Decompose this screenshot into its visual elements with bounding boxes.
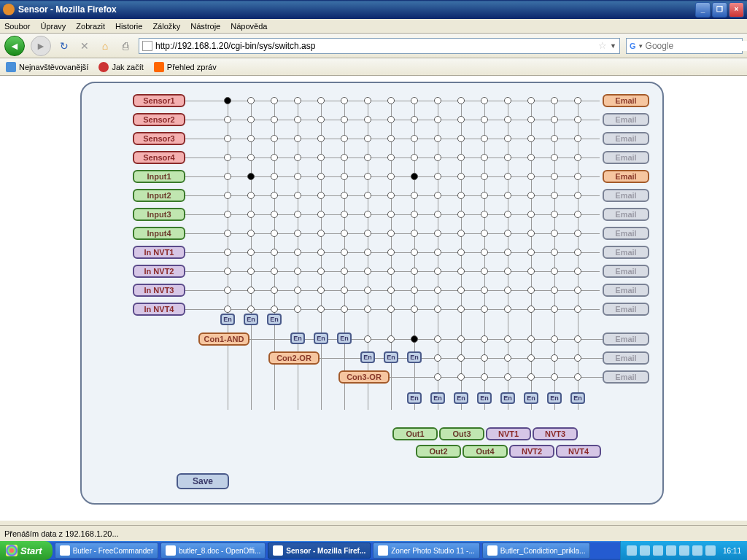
node-3-13[interactable] bbox=[527, 154, 535, 161]
node-8-2[interactable] bbox=[271, 249, 278, 256]
node-2-1[interactable] bbox=[247, 135, 255, 142]
en-button-out-14[interactable]: En bbox=[547, 392, 562, 404]
node-0-10[interactable] bbox=[457, 97, 465, 104]
node-10-7[interactable] bbox=[387, 287, 395, 294]
node-3-7[interactable] bbox=[387, 154, 395, 161]
menu-zalozky[interactable]: Záložky bbox=[152, 22, 180, 31]
node-6-7[interactable] bbox=[387, 211, 395, 218]
out-label-NVT1[interactable]: NVT1 bbox=[486, 427, 531, 440]
node-10-13[interactable] bbox=[527, 287, 535, 294]
node-5-1[interactable] bbox=[247, 192, 255, 199]
node-3-12[interactable] bbox=[504, 154, 511, 161]
node-13-12[interactable] bbox=[504, 354, 511, 362]
node-13-13[interactable] bbox=[527, 354, 535, 362]
node-10-6[interactable] bbox=[364, 287, 371, 294]
node-4-3[interactable] bbox=[294, 173, 301, 180]
node-7-13[interactable] bbox=[527, 230, 535, 237]
email-button-Con3-OR[interactable]: Email bbox=[603, 370, 649, 384]
node-2-6[interactable] bbox=[364, 135, 371, 142]
out-label-Out2[interactable]: Out2 bbox=[416, 445, 461, 458]
node-0-11[interactable] bbox=[481, 97, 488, 104]
node-8-1[interactable] bbox=[247, 249, 255, 256]
node-14-11[interactable] bbox=[481, 373, 488, 381]
node-4-6[interactable] bbox=[364, 173, 371, 180]
node-11-7[interactable] bbox=[387, 306, 395, 313]
node-14-14[interactable] bbox=[551, 373, 558, 381]
node-3-4[interactable] bbox=[317, 154, 325, 161]
node-9-4[interactable] bbox=[317, 268, 325, 275]
node-1-0[interactable] bbox=[224, 116, 231, 123]
node-6-6[interactable] bbox=[364, 211, 371, 218]
node-2-7[interactable] bbox=[387, 135, 395, 142]
en-button-out-13[interactable]: En bbox=[524, 392, 538, 404]
row-label-Sensor2[interactable]: Sensor2 bbox=[133, 113, 185, 126]
node-6-11[interactable] bbox=[481, 211, 488, 218]
row-label-Sensor4[interactable]: Sensor4 bbox=[133, 151, 185, 164]
node-11-3[interactable] bbox=[294, 306, 301, 313]
node-1-10[interactable] bbox=[457, 116, 465, 123]
node-2-0[interactable] bbox=[224, 135, 231, 142]
stop-icon[interactable]: ✕ bbox=[77, 39, 92, 53]
en-button-out-8[interactable]: En bbox=[407, 392, 422, 404]
node-12-7[interactable] bbox=[387, 335, 395, 343]
node-2-15[interactable] bbox=[574, 135, 581, 142]
system-tray[interactable]: 16:11 bbox=[620, 541, 747, 560]
node-14-15[interactable] bbox=[574, 373, 581, 381]
node-12-6[interactable] bbox=[364, 335, 371, 343]
node-14-10[interactable] bbox=[457, 373, 465, 381]
node-6-13[interactable] bbox=[527, 211, 535, 218]
node-3-10[interactable] bbox=[457, 154, 465, 161]
url-dropdown-icon[interactable]: ▼ bbox=[610, 42, 616, 50]
node-7-1[interactable] bbox=[247, 230, 255, 237]
node-4-9[interactable] bbox=[434, 173, 441, 180]
row-label-Input3[interactable]: Input3 bbox=[133, 208, 185, 221]
restore-button[interactable]: ❐ bbox=[712, 2, 727, 18]
node-4-14[interactable] bbox=[551, 173, 558, 180]
node-7-15[interactable] bbox=[574, 230, 581, 237]
node-7-10[interactable] bbox=[457, 230, 465, 237]
node-12-14[interactable] bbox=[551, 335, 558, 343]
node-4-7[interactable] bbox=[387, 173, 395, 180]
node-0-0[interactable] bbox=[224, 97, 231, 104]
node-7-12[interactable] bbox=[504, 230, 511, 237]
en-button-Con2-OR-5[interactable]: En bbox=[337, 332, 352, 344]
node-5-0[interactable] bbox=[224, 192, 231, 199]
search-box[interactable]: G ▾ 🔍 bbox=[626, 38, 743, 54]
node-5-4[interactable] bbox=[317, 192, 325, 199]
node-0-8[interactable] bbox=[411, 97, 418, 104]
row-label-In NVT3[interactable]: In NVT3 bbox=[133, 284, 185, 297]
node-8-4[interactable] bbox=[317, 249, 325, 256]
node-3-15[interactable] bbox=[574, 154, 581, 161]
node-7-9[interactable] bbox=[434, 230, 441, 237]
node-5-13[interactable] bbox=[527, 192, 535, 199]
node-13-15[interactable] bbox=[574, 354, 581, 362]
node-9-0[interactable] bbox=[224, 268, 231, 275]
node-0-3[interactable] bbox=[294, 97, 301, 104]
node-14-9[interactable] bbox=[434, 373, 441, 381]
node-10-2[interactable] bbox=[271, 287, 278, 294]
home-icon[interactable]: ⌂ bbox=[98, 39, 112, 53]
node-5-14[interactable] bbox=[551, 192, 558, 199]
row-label-In NVT4[interactable]: In NVT4 bbox=[133, 303, 185, 316]
node-10-5[interactable] bbox=[341, 287, 348, 294]
row-label-In NVT2[interactable]: In NVT2 bbox=[133, 265, 185, 278]
email-button-Sensor4[interactable]: Email bbox=[603, 151, 649, 164]
node-7-5[interactable] bbox=[341, 230, 348, 237]
node-11-11[interactable] bbox=[481, 306, 488, 313]
url-input[interactable] bbox=[155, 41, 595, 51]
node-5-10[interactable] bbox=[457, 192, 465, 199]
node-13-14[interactable] bbox=[551, 354, 558, 362]
email-button-Con2-OR[interactable]: Email bbox=[603, 351, 649, 365]
node-9-15[interactable] bbox=[574, 268, 581, 275]
node-2-3[interactable] bbox=[294, 135, 301, 142]
reload-icon[interactable]: ↻ bbox=[57, 39, 71, 53]
node-9-8[interactable] bbox=[411, 268, 418, 275]
node-10-9[interactable] bbox=[434, 287, 441, 294]
email-button-In NVT1[interactable]: Email bbox=[603, 246, 649, 259]
node-4-0[interactable] bbox=[224, 173, 231, 180]
node-6-0[interactable] bbox=[224, 211, 231, 218]
node-12-15[interactable] bbox=[574, 335, 581, 343]
node-10-10[interactable] bbox=[457, 287, 465, 294]
node-3-2[interactable] bbox=[271, 154, 278, 161]
tray-icon[interactable] bbox=[666, 545, 676, 556]
